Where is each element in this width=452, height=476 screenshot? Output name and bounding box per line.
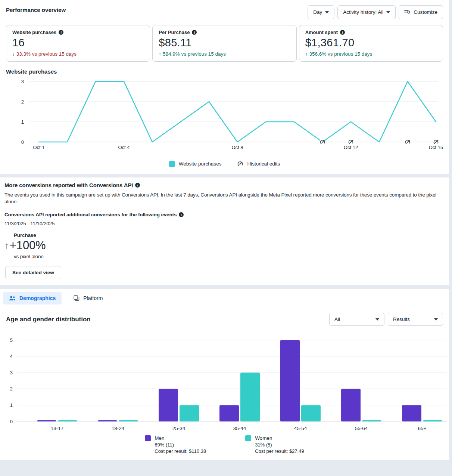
chevron-down-icon xyxy=(325,11,329,13)
arrow-up-icon: ↑ xyxy=(4,240,9,251)
svg-text:45-54: 45-54 xyxy=(294,426,307,431)
people-icon xyxy=(9,296,16,301)
demographics-section: Demographics Platform Age and gender dis… xyxy=(0,289,449,460)
line-chart-legend: Website purchases Historical edits xyxy=(6,161,443,167)
bar-women-65+ xyxy=(423,420,442,421)
svg-text:1: 1 xyxy=(21,119,24,125)
customize-button[interactable]: Customize xyxy=(399,5,443,19)
metric-label: Website purchases xyxy=(12,30,56,35)
bar-men-55-64 xyxy=(341,389,361,421)
tab-platform[interactable]: Platform xyxy=(68,292,109,305)
arrow-down-icon: ↓ xyxy=(12,51,15,57)
legend-men: Men 69% (11) Cost per result: $110.38 xyxy=(145,435,206,454)
svg-text:13-17: 13-17 xyxy=(51,426,64,431)
legend-women-cost: Cost per result: $27.49 xyxy=(255,448,304,454)
men-swatch xyxy=(145,435,151,441)
conversions-date-range: 11/3/2025 - 11/10/2025 xyxy=(4,221,445,226)
legend-women-share: 31% (5) xyxy=(255,442,304,448)
age-gender-title: Age and gender distribution xyxy=(6,316,91,323)
info-icon[interactable]: i xyxy=(135,183,140,188)
info-icon[interactable]: i xyxy=(192,30,197,35)
metric-delta-text: 33.3% vs previous 15 days xyxy=(16,51,77,57)
svg-text:1: 1 xyxy=(10,402,13,408)
info-icon[interactable]: i xyxy=(59,30,63,35)
activity-history-dropdown[interactable]: Activity history: All xyxy=(337,5,396,19)
metric-card-per-purchase[interactable]: Per Purchasei $85.11 ↑584.9% vs previous… xyxy=(152,25,296,62)
svg-text:2: 2 xyxy=(10,386,13,392)
svg-text:18-24: 18-24 xyxy=(112,426,125,431)
bar-men-18-24 xyxy=(98,420,117,421)
metric-cards: Website purchasesi 16 ↓33.3% vs previous… xyxy=(6,25,443,62)
info-icon[interactable]: i xyxy=(179,212,184,217)
bar-men-35-44 xyxy=(219,405,239,422)
overlapping-squares-icon xyxy=(74,295,80,301)
svg-text:0: 0 xyxy=(21,139,24,145)
bar-women-55-64 xyxy=(362,420,381,421)
metric-label: Per Purchase xyxy=(159,30,190,35)
bar-men-13-17 xyxy=(37,420,56,421)
chevron-down-icon xyxy=(386,11,390,13)
day-dropdown-label: Day xyxy=(313,9,322,15)
bar-women-13-17 xyxy=(58,420,77,421)
conversions-title: More conversions reported with Conversio… xyxy=(4,182,133,188)
activity-history-label: Activity history: All xyxy=(343,9,383,15)
legend-men-share: 69% (11) xyxy=(155,442,206,448)
svg-text:0: 0 xyxy=(10,419,13,424)
tab-demographics[interactable]: Demographics xyxy=(3,292,62,305)
svg-text:Oct 15: Oct 15 xyxy=(429,145,443,150)
line-chart-title: Website purchases xyxy=(6,68,443,75)
arrow-up-icon: ↑ xyxy=(305,51,308,57)
svg-text:3: 3 xyxy=(10,370,13,375)
svg-text:Oct 4: Oct 4 xyxy=(118,145,130,150)
metric-card-amount-spent[interactable]: Amount spenti $1,361.70 ↑356.6% vs previ… xyxy=(299,25,443,62)
website-purchases-line-chart[interactable]: 3210Oct 1Oct 4Oct 8Oct 12Oct 15 xyxy=(6,76,446,155)
svg-text:Oct 8: Oct 8 xyxy=(231,145,243,150)
metric-filter-dropdown[interactable]: Results xyxy=(388,313,443,326)
gender-filter-dropdown[interactable]: All xyxy=(329,313,384,326)
svg-text:4: 4 xyxy=(10,354,13,359)
conversion-event-name: Purchase xyxy=(14,232,445,238)
day-dropdown[interactable]: Day xyxy=(308,5,334,19)
svg-text:65+: 65+ xyxy=(418,426,427,431)
age-gender-bar-chart[interactable]: 54321013-1718-2425-3435-4445-5455-6465+ xyxy=(3,336,449,430)
historical-edit-icon xyxy=(237,161,243,167)
bar-men-25-34 xyxy=(159,389,178,421)
historical-edit-icon xyxy=(405,139,411,145)
metric-card-website-purchases[interactable]: Website purchasesi 16 ↓33.3% vs previous… xyxy=(6,25,150,62)
tab-demographics-label: Demographics xyxy=(19,295,56,301)
historical-edit-icon xyxy=(433,139,439,145)
chevron-down-icon xyxy=(434,318,438,321)
conversion-delta-caption: vs pixel alone xyxy=(14,254,445,259)
legend-label-historical-edits: Historical edits xyxy=(247,161,280,167)
svg-text:55-64: 55-64 xyxy=(355,426,368,431)
bar-men-65+ xyxy=(402,405,421,422)
metric-delta-text: 584.9% vs previous 15 days xyxy=(163,51,226,57)
svg-text:2: 2 xyxy=(21,99,24,105)
bar-women-25-34 xyxy=(180,405,199,422)
see-detailed-view-button[interactable]: See detailed view xyxy=(5,266,61,279)
metric-value: $1,361.70 xyxy=(305,37,437,49)
svg-text:Oct 1: Oct 1 xyxy=(33,145,44,150)
svg-text:5: 5 xyxy=(10,337,13,343)
legend-women-label: Women xyxy=(255,435,304,442)
bar-chart-legend: Men 69% (11) Cost per result: $110.38 Wo… xyxy=(3,435,446,454)
bar-women-18-24 xyxy=(119,420,138,421)
tab-platform-label: Platform xyxy=(83,295,103,301)
arrow-up-icon: ↑ xyxy=(159,51,161,57)
gender-filter-label: All xyxy=(334,316,340,322)
info-icon[interactable]: i xyxy=(340,30,345,35)
svg-text:35-44: 35-44 xyxy=(233,426,246,431)
website-purchases-swatch xyxy=(169,161,175,167)
conversions-api-section: More conversions reported with Conversio… xyxy=(0,177,449,285)
svg-text:25-34: 25-34 xyxy=(172,426,186,431)
legend-women: Women 31% (5) Cost per result: $27.49 xyxy=(245,435,304,454)
bar-women-45-54 xyxy=(301,405,321,422)
customize-sliders-icon xyxy=(404,9,411,15)
metric-delta-text: 356.6% vs previous 15 days xyxy=(309,51,372,57)
historical-edit-icon xyxy=(320,139,325,145)
conversions-subtitle: Conversions API reported additional conv… xyxy=(4,212,177,217)
metric-filter-label: Results xyxy=(393,316,410,322)
page-title: Performance overview xyxy=(6,5,66,13)
metric-value: 16 xyxy=(12,37,144,49)
performance-overview-section: Performance overview Day Activity histor… xyxy=(0,0,449,174)
